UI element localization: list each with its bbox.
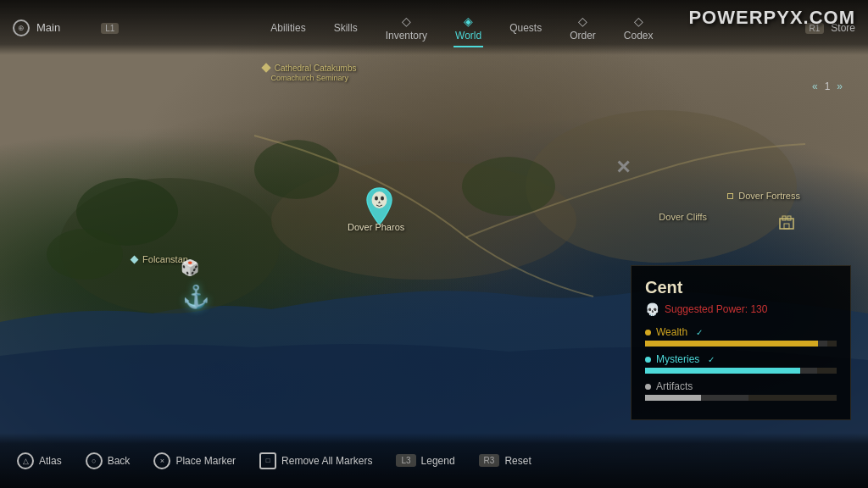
region-power: 💀 Suggested Power: 130 xyxy=(645,302,837,316)
tab-order[interactable]: ◇ Order xyxy=(558,10,608,46)
quests-label: Quests xyxy=(509,22,542,34)
place-marker-action: × Place Marker xyxy=(153,452,236,469)
trigger-left-label: L1 xyxy=(101,23,119,34)
mysteries-bar xyxy=(645,368,837,374)
tab-quests[interactable]: Quests xyxy=(498,18,554,38)
mysteries-label-row: Mysteries ✓ xyxy=(645,353,837,365)
legend-trigger[interactable]: L3 xyxy=(396,454,415,467)
canterbury-label: Cathedral Catakumbs Comachurch Seminary xyxy=(263,64,357,82)
mysteries-check: ✓ xyxy=(708,355,715,364)
skills-label: Skills xyxy=(334,22,358,34)
inventory-label: Inventory xyxy=(386,30,427,42)
order-label: Order xyxy=(570,30,596,42)
main-label: Main xyxy=(36,21,60,34)
map-nav-arrows[interactable]: « 1 » xyxy=(812,80,843,92)
tab-inventory[interactable]: ◇ Inventory xyxy=(374,10,439,46)
back-action: ○ Back xyxy=(86,452,131,469)
mysteries-label: Mysteries xyxy=(656,353,699,365)
place-marker-label: Place Marker xyxy=(175,455,236,467)
reset-action: R3 Reset xyxy=(479,454,531,467)
atlas-action: △ Atlas xyxy=(17,452,62,469)
abilities-label: Abilities xyxy=(270,22,305,34)
remove-markers-action: □ Remove All Markers xyxy=(259,452,372,469)
artifacts-label: Artifacts xyxy=(656,380,693,392)
remove-markers-button[interactable]: □ xyxy=(259,452,276,469)
inventory-icon: ◇ xyxy=(402,14,411,28)
mysteries-dot xyxy=(645,357,651,363)
place-marker-button[interactable]: × xyxy=(153,452,170,469)
legend-label: Legend xyxy=(421,455,455,467)
back-label: Back xyxy=(108,455,131,467)
wealth-label: Wealth xyxy=(656,326,687,338)
tab-abilities[interactable]: Abilities xyxy=(259,18,317,38)
atlas-button[interactable]: △ xyxy=(17,452,34,469)
world-label: World xyxy=(455,30,481,42)
region-panel: Cent 💀 Suggested Power: 130 Wealth ✓ Mys… xyxy=(631,265,851,420)
anchor-icon: ⚓ xyxy=(182,284,209,310)
svg-point-12 xyxy=(375,197,378,201)
main-icon: ⊕ xyxy=(13,19,30,36)
tab-skills[interactable]: Skills xyxy=(322,18,370,38)
wealth-check: ✓ xyxy=(696,328,703,337)
dice-icon: 🎲 xyxy=(181,258,199,277)
watermark: POWERPYX.COM xyxy=(688,7,855,29)
main-menu-button[interactable]: ⊕ Main xyxy=(13,19,60,36)
wealth-section: Wealth ✓ xyxy=(645,326,837,347)
dover-fortress-icon xyxy=(777,212,796,234)
remove-markers-label: Remove All Markers xyxy=(281,455,372,467)
canterbury-text: Cathedral Catakumbs xyxy=(275,64,357,73)
codex-icon: ◇ xyxy=(634,14,643,28)
artifacts-dot xyxy=(645,384,651,390)
region-name: Cent xyxy=(645,278,837,297)
codex-label: Codex xyxy=(624,30,654,42)
tab-codex[interactable]: ◇ Codex xyxy=(612,10,665,46)
wealth-dot xyxy=(645,330,651,336)
order-icon: ◇ xyxy=(578,14,587,28)
artifacts-section: Artifacts xyxy=(645,380,837,401)
wealth-bar xyxy=(645,341,837,347)
bottom-hud: △ Atlas ○ Back × Place Marker □ Remove A… xyxy=(0,433,868,488)
power-skull-icon: 💀 xyxy=(645,302,659,316)
x-marker: ✕ xyxy=(615,157,631,179)
dover-pharos-marker[interactable]: Dover Pharos xyxy=(364,186,394,232)
back-button[interactable]: ○ xyxy=(86,452,103,469)
svg-point-13 xyxy=(381,197,384,201)
legend-action: L3 Legend xyxy=(396,454,454,467)
nav-arrow-right[interactable]: » xyxy=(837,80,843,92)
world-icon: ◈ xyxy=(464,14,473,28)
svg-rect-10 xyxy=(784,224,789,229)
mysteries-section: Mysteries ✓ xyxy=(645,353,837,374)
artifacts-label-row: Artifacts xyxy=(645,380,837,392)
tab-world[interactable]: ◈ World xyxy=(443,10,493,46)
reset-label: Reset xyxy=(504,455,531,467)
reset-trigger[interactable]: R3 xyxy=(479,454,500,467)
nav-page-indicator: 1 xyxy=(825,80,831,92)
atlas-label: Atlas xyxy=(39,455,62,467)
power-label: Suggested Power: 130 xyxy=(665,303,767,315)
trigger-left: L1 xyxy=(94,23,125,33)
canterbury-icon xyxy=(261,63,270,72)
canterbury-sub: Comachurch Seminary xyxy=(270,74,348,82)
wealth-label-row: Wealth ✓ xyxy=(645,326,837,338)
pharos-pin-svg xyxy=(364,186,394,229)
nav-arrow-left[interactable]: « xyxy=(812,80,818,92)
artifacts-bar xyxy=(645,395,837,401)
